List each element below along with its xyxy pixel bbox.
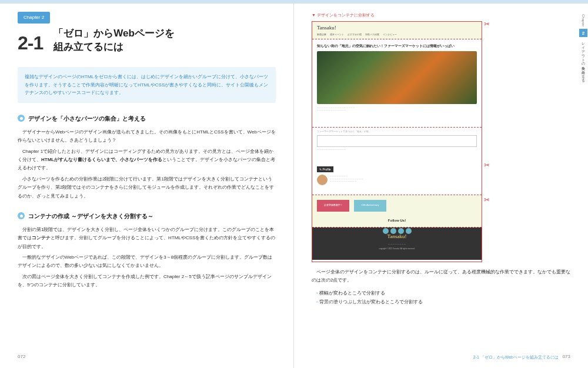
main-title-line2: 組み立てるには xyxy=(54,41,276,54)
subheading-2: コンテナの作成 ～デザインを大きく分割する～ xyxy=(18,211,276,221)
page-number-left: 072 xyxy=(18,353,25,361)
title-block: 「ゼロ」からWebページを 組み立てるには xyxy=(54,27,276,54)
mockup-figure: ✂ Tansaku! 新着記事 週末イベント おすすめの宿 深夜バス検索 インタ… xyxy=(312,21,482,262)
side-tab-chapter: Chapter xyxy=(580,12,586,29)
mockup-footer-copy: copyright © 2021 Tansaku! All rights res… xyxy=(317,247,477,250)
mockup-mid: ファーマーズマーケットで見つけた「地元」の味 ― ― ― ― ― ― ― ― ―… xyxy=(312,128,482,163)
subhead2-text: コンテナの作成 ～デザインを大きく分割する～ xyxy=(28,211,153,221)
right-paragraph-1: ページ全体のデザインをコンテナに分割するのは、ルールに従って、ある程度機械的な作… xyxy=(312,268,570,285)
book-spread: Chapter 2 2-1 「ゼロ」からWebページを 組み立てるには 複雑なデ… xyxy=(0,0,588,368)
main-title-line1: 「ゼロ」からWebページを xyxy=(54,27,276,41)
social-icon xyxy=(383,228,389,234)
side-tab: Chapter 2 レイアウトの大枠を組み立てる xyxy=(579,12,588,94)
mockup-profile: ✂ ✎ Profile ― ― ― ― ― ― ― ―― ― ― ― ― ― ―… xyxy=(312,163,482,195)
mockup-logo: Tansaku! xyxy=(317,24,477,32)
nav-item: おすすめの宿 xyxy=(348,33,362,37)
mockup-header: ✂ Tansaku! 新着記事 週末イベント おすすめの宿 深夜バス検索 インタ… xyxy=(312,22,482,39)
page-right: デザインをコンテナに分割する ✂ Tansaku! 新着記事 週末イベント おす… xyxy=(294,0,588,368)
mockup-hero: 知らない街の「地元」の空気に触れたい！ファーマーズマーケットには情報がいっぱい … xyxy=(312,39,482,128)
avatar xyxy=(317,175,328,185)
mockup-follow: Follow Us! xyxy=(317,218,477,223)
intro-box: 複雑なデザインのページのHTMLをゼロから書くには、はじめにデザインを細かいグル… xyxy=(18,67,276,103)
paragraph-1: デザイナーからWebページのデザイン画像が送られてきました。その画像をもとにHT… xyxy=(18,128,276,145)
mockup-social xyxy=(317,228,477,234)
paragraph-3: 小さなパーツを作るための分割作業は2段階に分けて行います。第1段階ではデザインを… xyxy=(18,175,276,200)
right-para1-text: ページ全体のデザインをコンテナに分割するのは、ルールに従って、ある程度機械的な作… xyxy=(312,269,570,283)
mockup-hero-body: ― ― ― ― ― ― ― ― ― ― ― ― ― ― ― ― ―― ― ― ―… xyxy=(317,106,477,111)
para4-bold: コンテナ xyxy=(32,235,51,240)
mockup-banner-2: 15th Anniversary xyxy=(354,200,386,212)
nav-item: 週末イベント xyxy=(330,33,344,37)
chapter-badge: Chapter 2 xyxy=(18,12,50,24)
page-number-right: 073 xyxy=(563,353,570,361)
mockup-hero-title: 知らない街の「地元」の空気に触れたい！ファーマーズマーケットには情報がいっぱい xyxy=(317,43,477,49)
section-number: 2-1 xyxy=(18,27,43,59)
mockup-footer-nav: ― ― ― ― ― ― ― ― xyxy=(317,243,477,246)
mockup-profile-content: ― ― ― ― ― ― ― ―― ― ― ― ― ― ― ― ― ― ― ― ―… xyxy=(317,175,477,185)
page-left: Chapter 2 2-1 「ゼロ」からWebページを 組み立てるには 複雑なデ… xyxy=(0,0,294,368)
side-tab-num: 2 xyxy=(579,29,587,37)
bullet-list: 横幅が変わるところで分割する 背景の塗りつぶし方法が変わるところで分割する xyxy=(312,289,570,306)
mockup-profile-text: ― ― ― ― ― ― ― ―― ― ― ― ― ― ― ― ― ― ― ― ―… xyxy=(330,175,477,185)
side-tab-text: レイアウトの大枠を組み立てる xyxy=(580,37,586,83)
paragraph-4: 分割の第1段階では、デザインを大きく分割し、ページ全体をいくつかのグループに分け… xyxy=(18,226,276,251)
social-icon xyxy=(390,228,396,234)
mockup-hero-image xyxy=(317,51,477,104)
subheading-1: デザインを「小さなパーツの集合」と考える xyxy=(18,113,276,123)
mockup-mid-text: ― ― ― ― ― ― ― ― ― ― ― ― ― xyxy=(317,148,477,151)
bullet-icon xyxy=(18,212,25,219)
header-row: 2-1 「ゼロ」からWebページを 組み立てるには xyxy=(18,27,276,59)
scissors-icon: ✂ xyxy=(484,159,490,171)
mockup-banners: ✂ 読者登録募集中！ 15th Anniversary Follow Us! xyxy=(312,195,482,228)
para4-post: と呼びます。分割してグループを分けることによって、HTMLやCSSを書くための方… xyxy=(18,235,275,249)
nav-item: インタビュー xyxy=(383,33,397,37)
para2-bold: HTMLがすんなり書けるくらいまで、小さなパーツを作る xyxy=(41,157,162,162)
figure-caption: デザインをコンテナに分割する xyxy=(312,12,570,19)
bullet-item: 横幅が変わるところで分割する xyxy=(316,289,570,297)
nav-item: 新着記事 xyxy=(317,33,326,37)
mockup-profile-label: ✎ Profile xyxy=(317,166,333,173)
paragraph-2: Chapter 1で紹介したとおり、デザインにはコーディングするための見方があり… xyxy=(18,148,276,173)
subhead1-text: デザインを「小さなパーツの集合」と考える xyxy=(28,113,146,123)
bullet-icon xyxy=(18,115,25,122)
paragraph-5: 一般的なデザインのWebページであれば、この段階で、デザインを3～8個程度のグル… xyxy=(18,253,276,270)
bullet-item: 背景の塗りつぶし方法が変わるところで分割する xyxy=(316,297,570,306)
mockup-mid-box xyxy=(317,135,477,147)
mockup-mid-label: ファーマーズマーケットで見つけた「地元」の味 xyxy=(317,130,477,134)
paragraph-6: 次の図はページ全体を大きく分割してコンテナを作成した例です。Chapter 2～… xyxy=(18,273,276,290)
social-icon xyxy=(406,228,412,234)
scissors-icon: ✂ xyxy=(484,194,490,206)
scissors-icon: ✂ xyxy=(484,18,490,30)
mockup-banner-1: 読者登録募集中！ xyxy=(317,200,349,212)
social-icon xyxy=(398,228,404,234)
running-head: 2-1 「ゼロ」からWebページを組み立てるには xyxy=(473,354,559,361)
nav-item: 深夜バス検索 xyxy=(365,33,379,37)
mockup-nav: 新着記事 週末イベント おすすめの宿 深夜バス検索 インタビュー xyxy=(317,33,477,37)
